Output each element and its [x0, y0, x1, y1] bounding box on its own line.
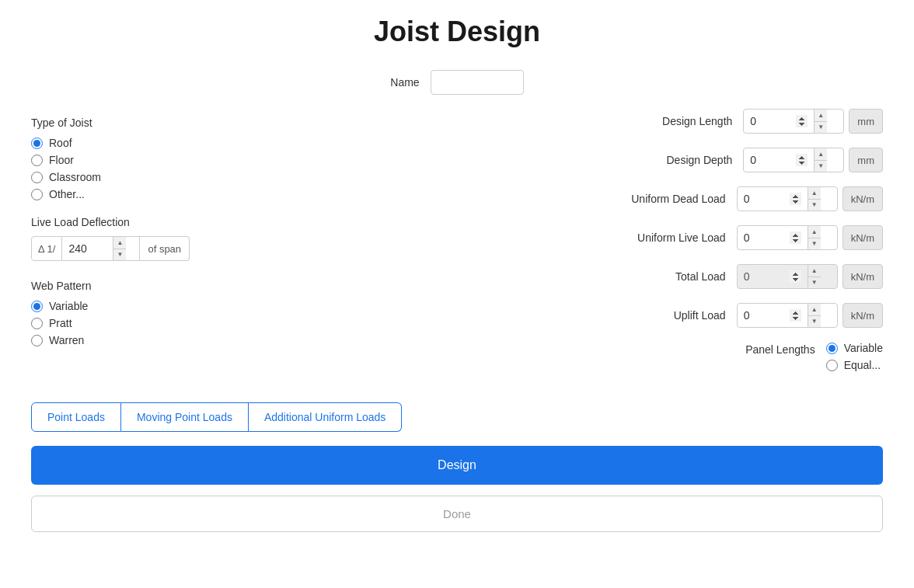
radio-other-label: Other... [49, 188, 85, 200]
total-load-input-wrapper: ▲ ▼ [737, 264, 838, 289]
additional-uniform-loads-button[interactable]: Additional Uniform Loads [249, 402, 402, 432]
radio-roof-label: Roof [49, 137, 72, 149]
total-load-input [738, 267, 808, 286]
design-length-row: Design Length ▲ ▼ mm [373, 109, 883, 134]
uniform-dead-load-input-wrapper: ▲ ▼ [737, 186, 838, 211]
uniform-dead-load-row: Uniform Dead Load ▲ ▼ kN/m [373, 186, 883, 211]
total-load-row: Total Load ▲ ▼ kN/m [373, 264, 883, 289]
web-pattern-section: Web Pattern Variable Pratt Warren [31, 280, 326, 346]
panel-lengths-variable[interactable]: Variable [826, 342, 883, 354]
panel-lengths-equal-input[interactable] [826, 360, 838, 371]
radio-floor-label: Floor [49, 154, 74, 166]
joist-type-title: Type of Joist [31, 117, 326, 129]
panel-lengths-options: Variable Equal... [826, 342, 883, 371]
panel-lengths-variable-label: Variable [844, 342, 883, 354]
design-button[interactable]: Design [31, 446, 883, 485]
design-length-unit: mm [849, 109, 883, 134]
design-length-input-wrapper: ▲ ▼ [743, 109, 844, 134]
total-load-label: Total Load [675, 270, 726, 283]
joist-type-radio-group: Roof Floor Classroom Other... [31, 137, 326, 200]
joist-type-section: Type of Joist Roof Floor Classroom [31, 117, 326, 200]
radio-floor-input[interactable] [31, 155, 43, 166]
design-depth-row: Design Depth ▲ ▼ mm [373, 148, 883, 172]
panel-lengths-equal[interactable]: Equal... [826, 359, 883, 371]
design-depth-unit: mm [849, 148, 883, 172]
uniform-live-load-row: Uniform Live Load ▲ ▼ kN/m [373, 225, 883, 250]
radio-pratt[interactable]: Pratt [31, 317, 326, 329]
radio-variable-label: Variable [49, 300, 88, 312]
uniform-dead-load-unit: kN/m [842, 186, 883, 211]
radio-variable[interactable]: Variable [31, 300, 326, 312]
design-depth-input[interactable] [744, 151, 814, 169]
uniform-live-load-input[interactable] [738, 228, 808, 247]
design-depth-down[interactable]: ▼ [815, 161, 827, 172]
deflection-row: Δ 1/ ▲ ▼ of span [31, 236, 326, 261]
uplift-load-row: Uplift Load ▲ ▼ kN/m [373, 303, 883, 328]
radio-warren[interactable]: Warren [31, 334, 326, 346]
design-length-label: Design Length [662, 115, 732, 127]
name-label: Name [390, 76, 419, 89]
right-panel: Design Length ▲ ▼ mm Design Depth ▲ [326, 109, 883, 379]
web-pattern-radio-group: Variable Pratt Warren [31, 300, 326, 346]
panel-lengths-equal-label: Equal... [844, 359, 881, 371]
total-load-down[interactable]: ▼ [808, 277, 821, 289]
radio-classroom-label: Classroom [49, 171, 101, 183]
deflection-up-arrow[interactable]: ▲ [113, 237, 126, 249]
page-title: Joist Design [31, 16, 883, 48]
page-container: Joist Design Name Type of Joist Roof Flo… [0, 0, 914, 588]
dead-load-up[interactable]: ▲ [808, 187, 821, 200]
design-depth-label: Design Depth [667, 154, 733, 166]
live-load-up[interactable]: ▲ [808, 226, 821, 238]
uniform-live-load-label: Uniform Live Load [637, 231, 726, 244]
of-span-label: of span [140, 236, 190, 261]
radio-pratt-label: Pratt [49, 317, 72, 329]
uplift-load-up[interactable]: ▲ [808, 304, 821, 316]
radio-other[interactable]: Other... [31, 188, 326, 200]
uniform-dead-load-label: Uniform Dead Load [631, 193, 725, 205]
left-panel: Type of Joist Roof Floor Classroom [31, 109, 326, 379]
uplift-load-down[interactable]: ▼ [808, 316, 821, 328]
panel-lengths-variable-input[interactable] [826, 343, 838, 354]
bottom-section: Point Loads Moving Point Loads Additiona… [31, 402, 883, 532]
dead-load-down[interactable]: ▼ [808, 200, 821, 211]
deflection-input[interactable] [62, 239, 113, 258]
design-length-down[interactable]: ▼ [815, 122, 827, 134]
design-length-input[interactable] [744, 112, 814, 130]
delta-badge: Δ 1/ [31, 236, 62, 261]
panel-lengths-label: Panel Lengths [745, 342, 815, 356]
radio-roof-input[interactable] [31, 137, 43, 149]
deflection-input-wrapper: ▲ ▼ [62, 236, 140, 261]
uplift-load-label: Uplift Load [674, 309, 726, 322]
radio-floor[interactable]: Floor [31, 154, 326, 166]
radio-classroom[interactable]: Classroom [31, 171, 326, 183]
uniform-dead-load-input[interactable] [738, 190, 808, 208]
deflection-title: Live Load Deflection [31, 216, 326, 228]
live-load-down[interactable]: ▼ [808, 238, 821, 250]
design-length-up[interactable]: ▲ [815, 110, 827, 122]
uniform-live-load-unit: kN/m [842, 225, 883, 250]
total-load-up[interactable]: ▲ [808, 265, 821, 277]
design-depth-up[interactable]: ▲ [815, 148, 827, 161]
uplift-load-unit: kN/m [842, 303, 883, 328]
load-buttons-group: Point Loads Moving Point Loads Additiona… [31, 402, 883, 432]
done-button[interactable]: Done [31, 496, 883, 532]
radio-pratt-input[interactable] [31, 318, 43, 329]
total-load-unit: kN/m [842, 264, 883, 289]
web-pattern-title: Web Pattern [31, 280, 326, 292]
moving-point-loads-button[interactable]: Moving Point Loads [121, 402, 249, 432]
uniform-live-load-input-wrapper: ▲ ▼ [737, 225, 838, 250]
radio-classroom-input[interactable] [31, 172, 43, 183]
name-input[interactable] [431, 70, 524, 95]
uplift-load-input[interactable] [738, 306, 808, 325]
panel-lengths-row: Panel Lengths Variable Equal... [373, 342, 883, 371]
uplift-load-input-wrapper: ▲ ▼ [737, 303, 838, 328]
radio-warren-label: Warren [49, 334, 84, 346]
radio-variable-input[interactable] [31, 301, 43, 312]
radio-other-input[interactable] [31, 189, 43, 200]
deflection-down-arrow[interactable]: ▼ [113, 249, 126, 261]
design-depth-input-wrapper: ▲ ▼ [743, 148, 844, 172]
radio-roof[interactable]: Roof [31, 137, 326, 149]
live-load-deflection-section: Live Load Deflection Δ 1/ ▲ ▼ of span [31, 216, 326, 261]
radio-warren-input[interactable] [31, 335, 43, 346]
point-loads-button[interactable]: Point Loads [31, 402, 121, 432]
